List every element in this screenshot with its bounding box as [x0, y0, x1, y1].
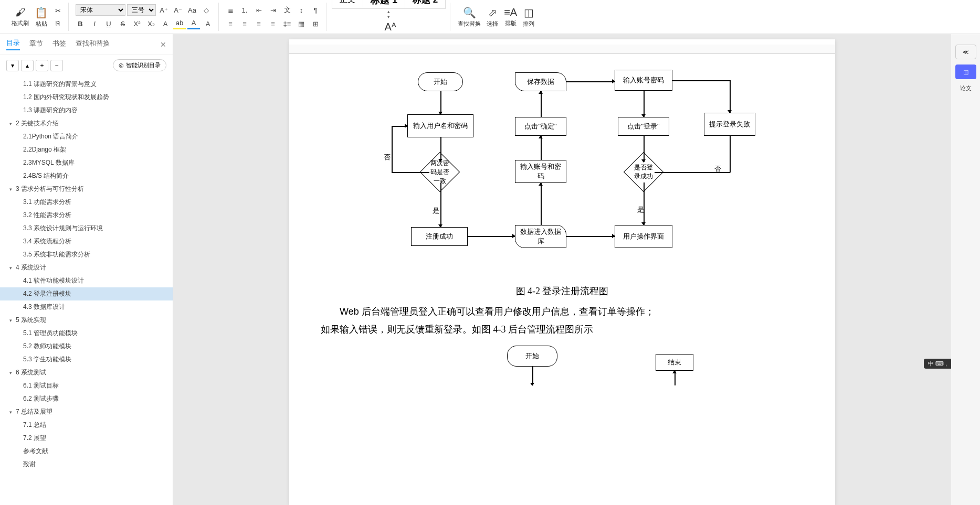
toc-item[interactable]: 1.1 课题研究的背景与意义 [0, 78, 173, 91]
toc-item[interactable]: 3.2 性能需求分析 [0, 209, 173, 222]
toc-item-label: 7 总结及展望 [16, 407, 52, 416]
smart-toc-button[interactable]: ◎ 智能识别目录 [113, 59, 166, 71]
toc-item[interactable]: 3.3 系统设计规则与运行环境 [0, 222, 173, 235]
toc-item-label: 4.1 软件功能模块设计 [23, 276, 84, 285]
format-painter-button[interactable]: 🖌 格式刷 [9, 5, 31, 28]
toc-item[interactable]: 3.1 功能需求分析 [0, 196, 173, 209]
increase-indent-button[interactable]: ⇥ [267, 4, 279, 16]
toc-item[interactable]: ▾7 总结及展望 [0, 405, 173, 418]
font-size-select[interactable]: 三号 [127, 4, 156, 16]
tab-find-replace[interactable]: 查找和替换 [76, 39, 110, 50]
align-justify-button[interactable]: ≡ [267, 18, 279, 29]
strikethrough-button[interactable]: S̶ [117, 18, 129, 29]
rail-thesis-button[interactable]: ◫ [955, 65, 976, 79]
toc-item[interactable]: ▾3 需求分析与可行性分析 [0, 182, 173, 196]
borders-button[interactable]: ⊞ [309, 18, 322, 29]
underline-button[interactable]: U [102, 18, 115, 29]
toc-item[interactable]: 参考文献 [0, 445, 173, 458]
paste-button[interactable]: 📋 粘贴 [33, 5, 50, 29]
style-gallery: 正文 标题 1 标题 2 [332, 0, 446, 9]
toc-item[interactable]: 2.4B/S 结构简介 [0, 169, 173, 182]
bullet-list-button[interactable]: ≣ [224, 4, 237, 16]
tab-bookmarks[interactable]: 书签 [52, 39, 66, 50]
toc-add-button[interactable]: + [36, 60, 48, 71]
increase-font-button[interactable]: A⁺ [157, 4, 170, 16]
decrease-indent-button[interactable]: ⇤ [252, 4, 265, 16]
toc-item[interactable]: ▾4 系统设计 [0, 261, 173, 274]
toc-remove-button[interactable]: − [50, 60, 63, 71]
toc-item-label: 4.2 登录注册模块 [23, 289, 71, 298]
tab-toc[interactable]: 目录 [6, 38, 20, 50]
toc-item[interactable]: 6.2 测试步骤 [0, 392, 173, 405]
font-name-select[interactable]: 宋体 [76, 4, 125, 16]
style-heading1[interactable]: 标题 1 [363, 0, 405, 8]
horizontal-ruler[interactable] [289, 45, 835, 54]
bold-button[interactable]: B [74, 18, 87, 29]
toc-item-label: 5.2 教师功能模块 [23, 342, 71, 351]
numbered-list-button[interactable]: 1. [238, 4, 251, 16]
toc-item[interactable]: 7.1 总结 [0, 418, 173, 432]
toc-item[interactable]: 1.2 国内外研究现状和发展趋势 [0, 91, 173, 104]
toc-expand-button[interactable]: ▴ [21, 60, 34, 71]
sort-button[interactable]: ↕ [295, 4, 308, 16]
text-direction-button[interactable]: 文 [281, 4, 293, 16]
toc-item[interactable]: 3.4 系统流程分析 [0, 235, 173, 248]
font-bgcolor-button[interactable]: A [202, 18, 214, 29]
toc-item[interactable]: 7.2 展望 [0, 432, 173, 445]
copy-button[interactable]: ⎘ [51, 17, 64, 29]
select-button[interactable]: ⬀ 选择 [484, 5, 500, 29]
toc-collapse-button[interactable]: ▾ [6, 60, 19, 71]
toc-list[interactable]: 1.1 课题研究的背景与意义1.2 国内外研究现状和发展趋势1.3 课题研究的内… [0, 76, 173, 505]
change-case-button[interactable]: Aa [186, 4, 198, 16]
highlight-button[interactable]: ab [173, 18, 186, 29]
document-canvas[interactable]: 开始 保存数据 输入账号密码 输入用户名和密码 点击"确定" 点击"登录" 提示… [173, 34, 951, 505]
toc-item[interactable]: ▾2 关键技术介绍 [0, 117, 173, 130]
tab-chapters[interactable]: 章节 [29, 39, 43, 50]
find-replace-button[interactable]: 🔍 查找替换 [456, 5, 483, 29]
toc-item[interactable]: ▾6 系统测试 [0, 366, 173, 379]
show-marks-button[interactable]: ¶ [309, 4, 322, 16]
arrange-button[interactable]: ◫ 排列 [521, 5, 536, 29]
superscript-button[interactable]: X² [131, 18, 143, 29]
toc-item[interactable]: 4.3 数据库设计 [0, 300, 173, 314]
align-center-button[interactable]: ≡ [238, 18, 251, 29]
toc-item[interactable]: 2.2Django 框架 [0, 143, 173, 156]
italic-button[interactable]: I [88, 18, 101, 29]
decrease-font-button[interactable]: A⁻ [172, 4, 184, 16]
toc-item[interactable]: 1.3 课题研究的内容 [0, 104, 173, 117]
toc-item[interactable]: 5.1 管理员功能模块 [0, 327, 173, 340]
book-icon: ◫ [963, 69, 968, 76]
toc-item[interactable]: 2.1Python 语言简介 [0, 130, 173, 143]
shading-button[interactable]: ▦ [295, 18, 308, 29]
toc-item[interactable]: 5.3 学生功能模块 [0, 353, 173, 366]
toc-item[interactable]: 4.2 登录注册模块 [0, 287, 173, 300]
toc-item[interactable]: 6.1 测试目标 [0, 379, 173, 392]
style-normal[interactable]: 正文 [332, 0, 363, 7]
line-spacing-button[interactable]: ‡≡ [281, 18, 293, 29]
layout-button[interactable]: ≡A 排版 [502, 5, 519, 28]
figure-caption-4-2: 图 4-2 登录注册流程图 [321, 285, 804, 297]
fc-input-account-pwd: 输入账号密码 [615, 70, 672, 91]
ime-indicator[interactable]: 中⌨ , [924, 359, 951, 369]
toc-item[interactable]: 2.3MYSQL 数据库 [0, 156, 173, 169]
nav-close-button[interactable]: ✕ [160, 40, 166, 49]
align-right-button[interactable]: ≡ [252, 18, 265, 29]
fc-input-account-pwd2: 输入账号和密码 [515, 160, 566, 183]
style-gallery-more[interactable]: ▴▾ [386, 9, 392, 19]
subscript-button[interactable]: X₂ [145, 18, 157, 29]
toc-item[interactable]: ▾5 系统实现 [0, 314, 173, 327]
font-color-button[interactable]: A [187, 18, 200, 29]
paintbrush-icon: 🖌 [15, 6, 26, 18]
toc-item[interactable]: 3.5 系统非功能需求分析 [0, 248, 173, 261]
text-effects-button[interactable]: A [159, 18, 172, 29]
clear-format-button[interactable]: ◇ [200, 4, 213, 16]
toc-item[interactable]: 4.1 软件功能模块设计 [0, 274, 173, 287]
toc-item[interactable]: 致谢 [0, 458, 173, 471]
fc-label-no1: 否 [384, 153, 391, 162]
cut-button[interactable]: ✂ [51, 5, 64, 16]
rail-collapse-button[interactable]: ≪ [955, 45, 976, 59]
style-heading2[interactable]: 标题 2 [405, 0, 445, 8]
toc-item-label: 6.1 测试目标 [23, 381, 59, 390]
toc-item[interactable]: 5.2 教师功能模块 [0, 340, 173, 353]
align-left-button[interactable]: ≡ [224, 18, 237, 29]
